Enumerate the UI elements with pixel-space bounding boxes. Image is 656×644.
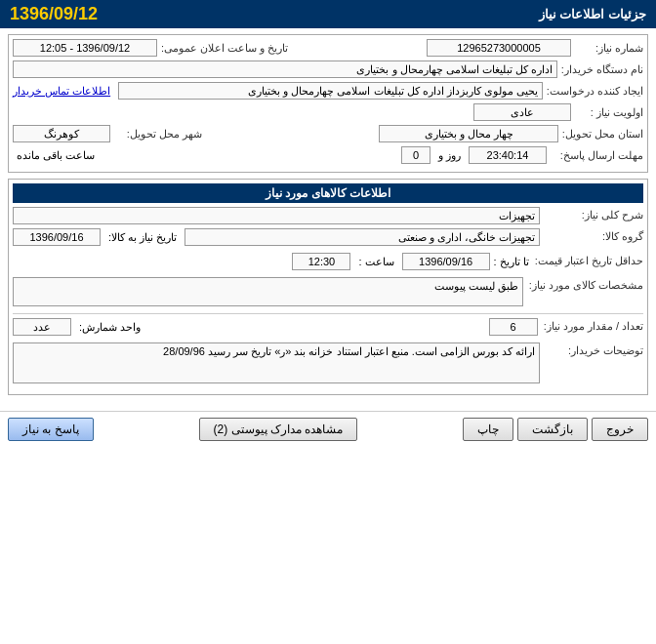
ostan-row: استان محل تحویل: شهر محل تحویل: [13,125,643,142]
sharh-value-block [13,207,540,224]
tedad-label: تعداد / مقدار مورد نیاز: [544,318,643,339]
shomara-niaz-label: شماره نیاز: [575,42,643,55]
tedad-row: تعداد / مقدار مورد نیاز: واحد شمارش: [13,318,643,339]
tozihaat-value-block [13,342,540,386]
hadaqal-row: حداقل تاریخ اعتبار قیمت: تا تاریخ : ساعت… [13,253,643,273]
header-bar: جزئیات اطلاعات نیاز 1396/09/12 [0,0,656,28]
avvaliyat-row: اولویت نیاز : [13,103,643,121]
pasokh-button[interactable]: پاسخ به نیاز [8,418,94,441]
tarikh-elan-label: تاریخ و ساعت اعلان عمومی: [161,42,288,55]
khoroj-button[interactable]: خروج [592,418,648,441]
group-inline: تاریخ نیاز به کالا: [13,228,540,246]
sharh-row: شرح کلی نیاز: [13,207,643,224]
roz-label: روز و [438,149,461,162]
tedad-value-block: واحد شمارش: [13,318,538,339]
hadaqal-value-block: تا تاریخ : ساعت : [13,253,529,273]
moshakhasat-value-block [13,277,523,309]
moshakhasat-row: مشخصات کالای مورد نیاز: [13,277,643,309]
tedad-inline: واحد شمارش: [13,318,538,336]
shomara-niaz-row: شماره نیاز: تاریخ و ساعت اعلان عمومی: [13,39,643,57]
ostan-label: استان محل تحویل: [562,128,643,141]
saaat-mande-label: ساعت باقی مانده [17,149,95,162]
tarikh-elan-input [13,39,157,57]
vahed-input [13,318,71,336]
saaat-input [469,146,547,164]
moshakhasat-textarea [13,277,523,306]
tozihaat-label: توضیحات خریدار: [546,342,643,386]
ijad-konande-row: ایجاد کننده درخواست: اطلاعات تماس خریدار [13,82,643,100]
ijad-konande-input [118,82,543,100]
saaat-input2 [292,253,350,270]
ta-tarikh-input [402,253,490,270]
main-content: شماره نیاز: تاریخ و ساعت اعلان عمومی: نا… [0,28,656,407]
nam-dastgah-input [13,60,557,78]
footer-buttons: خروج بازگشت چاپ مشاهده مدارک پیوستی (2) … [0,411,656,447]
left-buttons: خروج بازگشت چاپ [463,418,648,441]
goods-section: اطلاعات کالاهای مورد نیاز شرح کلی نیاز: … [8,179,648,395]
info-link[interactable]: اطلاعات تماس خریدار [13,85,110,98]
goods-title: اطلاعات کالاهای مورد نیاز [13,183,643,203]
hadaqal-label: حداقل تاریخ اعتبار قیمت: [535,253,643,273]
nam-dastgah-row: نام دستگاه خریدار: [13,60,643,78]
group-row: گروه کالا: تاریخ نیاز به کالا: [13,228,643,249]
avvaliyat-label: اولویت نیاز : [575,106,643,119]
moshahedat-button[interactable]: مشاهده مدارک پیوستی (2) [199,418,358,441]
vahed-label: واحد شمارش: [79,321,141,334]
avvaliyat-input [473,103,571,121]
tedad-input [489,318,538,336]
ta-tarikh-label: تا تاریخ : [494,256,529,268]
sharh-label: شرح کلی نیاز: [546,207,643,224]
tozihaat-textarea [13,342,540,383]
shomara-niaz-input [427,39,571,57]
group-label: گروه کالا: [546,228,643,249]
bazgasht-button[interactable]: بازگشت [517,418,588,441]
roz-input [401,146,430,164]
mohlat-row: مهلت ارسال پاسخ: روز و ساعت باقی مانده [13,146,643,164]
chap-button[interactable]: چاپ [463,418,513,441]
shahr-label: شهر محل تحویل: [114,128,202,141]
saaat-label2: ساعت : [358,256,393,268]
tarikh-niaz-label: تاریخ نیاز به کالا: [108,231,177,244]
tarikh-niaz-input [13,228,101,246]
top-info-section: شماره نیاز: تاریخ و ساعت اعلان عمومی: نا… [8,34,648,173]
moshakhasat-label: مشخصات کالای مورد نیاز: [529,277,643,309]
tozihaat-row: توضیحات خریدار: [13,342,643,386]
mohlat-label: مهلت ارسال پاسخ: [551,149,643,162]
ijad-konande-label: ایجاد کننده درخواست: [547,85,643,98]
separator [13,313,643,314]
group-value-block: تاریخ نیاز به کالا: [13,228,540,249]
header-date: 1396/09/12 [10,4,98,24]
shahr-input [13,125,110,142]
group-input [184,228,540,246]
sharh-input [13,207,540,224]
hadaqal-inline: تا تاریخ : ساعت : [13,253,529,270]
header-title: جزئیات اطلاعات نیاز [539,7,646,21]
nam-dastgah-label: نام دستگاه خریدار: [561,63,643,76]
ostan-input [379,125,557,142]
